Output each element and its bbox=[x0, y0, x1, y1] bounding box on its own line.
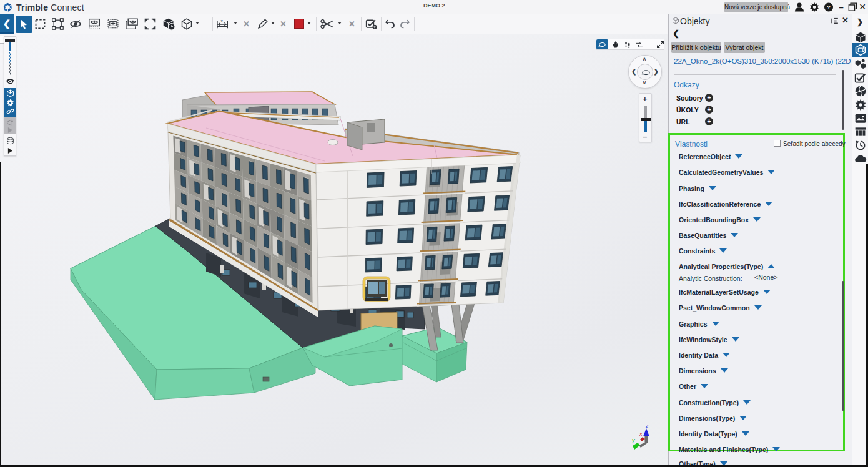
svg-text:z: z bbox=[645, 423, 649, 429]
svg-text:x: x bbox=[639, 431, 643, 437]
svg-text:x: x bbox=[221, 19, 224, 23]
svg-text:y: y bbox=[631, 437, 635, 443]
svg-text:?: ? bbox=[827, 4, 831, 11]
